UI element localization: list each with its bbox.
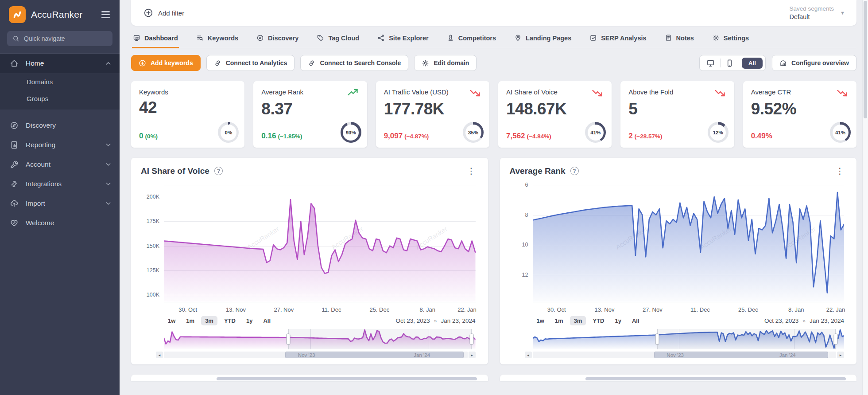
button-label: Edit domain [434,59,469,66]
range-button-ytd[interactable]: YTD [220,316,240,325]
tab-notes[interactable]: Notes [664,29,695,48]
sidebar-item-integrations[interactable]: Integrations [0,174,120,194]
metric-card-change: 2(−28.57%) [628,132,662,141]
sidebar-item-label: Home [26,59,44,67]
tab-competitors[interactable]: Competitors [446,29,497,48]
progress-gauge: 12% [708,122,728,143]
range-button-1y[interactable]: 1y [611,316,625,325]
range-button-1y[interactable]: 1y [242,316,256,325]
home-icon [10,59,19,68]
help-icon[interactable]: ? [570,167,579,175]
chevron-down-icon [106,163,111,166]
menu-toggle-icon[interactable] [100,9,112,20]
navigator-handle-left[interactable] [287,334,291,345]
metric-card-change-main: 7,562 [506,132,525,140]
sidebar-section: Import [0,194,120,213]
list-search-icon [196,34,204,42]
range-button-3m[interactable]: 3m [201,316,217,325]
navigator-handle-right[interactable] [470,334,474,345]
saved-segments-select[interactable]: Saved segments Default ▼ [790,5,845,20]
tab-keywords[interactable]: Keywords [195,29,239,48]
app-logo[interactable]: AccuRanker [9,6,82,23]
sidebar-item-domains[interactable]: Domains [0,73,120,90]
phone-icon [725,59,734,67]
progress-gauge-label: 41% [833,125,849,141]
range-button-1m[interactable]: 1m [182,316,198,325]
next-panel-right-bar [585,377,846,380]
scroll-left-arrow[interactable]: ◂ [156,352,163,358]
quick-navigate-input[interactable]: Quick navigate [7,31,112,46]
range-button-all[interactable]: All [628,316,643,325]
navigator-handle-left[interactable] [655,334,659,345]
range-button-1m[interactable]: 1m [551,316,567,325]
sidebar-item-groups[interactable]: Groups [0,90,120,107]
scroll-track[interactable]: Nov '23Jan '24 [533,352,837,358]
range-button-all[interactable]: All [259,316,275,325]
metric-card-change-sub: (−28.57%) [635,133,663,140]
navigator-selection[interactable] [288,329,472,349]
range-button-3m[interactable]: 3m [570,316,586,325]
metric-cards: Keywords420(0%)0%Average Rank8.370.16(−1… [131,81,856,148]
x-axis-labels: 30. Oct13. Nov27. Nov11. Dec25. Dec8. Ja… [164,305,476,315]
sidebar-item-home[interactable]: Home [0,54,120,73]
tab-landing-pages[interactable]: Landing Pages [513,29,572,48]
x-axis-label: 25. Dec [369,306,389,313]
navigator-scrollbar: ◂Nov '23Jan '24▸ [525,352,845,358]
range-button-1w[interactable]: 1w [164,316,179,325]
range-selector-row: 1w1m3mYTD1yAllOct 23, 2023»Jan 23, 2024 [164,316,476,325]
metric-card-change: 9,097(−4.87%) [384,132,429,141]
tab-serp-analysis[interactable]: SERP Analysis [589,29,647,48]
x-axis-label: 22. Jan [826,306,845,313]
device-all-button[interactable]: All [742,58,763,69]
scroll-right-arrow[interactable]: ▸ [837,352,844,358]
x-axis-label: 30. Oct [547,306,566,313]
sidebar-item-welcome[interactable]: Welcome [0,213,120,233]
page-scrollbar[interactable] [862,0,868,395]
device-desktop-button[interactable] [701,55,720,70]
link-icon [308,59,315,67]
sidebar-item-account[interactable]: Account [0,155,120,174]
kebab-menu-icon[interactable]: ⋮ [465,166,478,176]
edit-domain-button[interactable]: Edit domain [414,55,477,71]
range-button-ytd[interactable]: YTD [589,316,608,325]
scroll-right-arrow[interactable]: ▸ [469,352,476,358]
date-to: Jan 23, 2024 [810,317,844,324]
sidebar-item-import[interactable]: Import [0,194,120,213]
page-scrollbar-thumb[interactable] [864,1,867,118]
add-filter-button[interactable]: Add filter [143,8,184,18]
sidebar-section: Welcome [0,213,120,233]
report-icon [10,141,19,149]
sidebar-item-reporting[interactable]: Reporting [0,135,120,155]
tab-label: Site Explorer [389,35,428,42]
navigator-handle-right[interactable] [834,334,838,345]
sidebar-item-discovery[interactable]: Discovery [0,116,120,135]
kebab-menu-icon[interactable]: ⋮ [833,166,847,176]
chevron-down-icon [106,202,111,205]
tab-site-explorer[interactable]: Site Explorer [376,29,429,48]
add-filter-label: Add filter [158,9,184,17]
configure-overview-button[interactable]: Configure overview [772,55,856,71]
navigator-selection[interactable] [657,329,836,349]
connect-to-search-console-button[interactable]: Connect to Search Console [300,55,408,71]
range-button-1w[interactable]: 1w [533,316,548,325]
connect-to-analytics-button[interactable]: Connect to Analytics [206,55,295,71]
device-mobile-button[interactable] [721,55,739,70]
scroll-track[interactable]: Nov '23Jan '24 [164,352,468,358]
scroll-left-arrow[interactable]: ◂ [525,352,532,358]
tab-dashboard[interactable]: Dashboard [132,29,179,48]
metric-card-ai-share-of-voice: AI Share of Voice148.67K7,562(−4.84%)41% [498,81,612,148]
metric-card-header: Average CTR [751,88,849,97]
help-icon[interactable]: ? [214,167,223,175]
metric-card-change-sub: (0%) [145,133,158,140]
chart-plot: 200K175K150K125K100KAccuRankerAccuRanker… [164,185,476,302]
chart-navigator[interactable] [164,329,476,349]
main-content: Add filter Saved segments Default ▼ Dash… [120,0,868,395]
tab-settings[interactable]: Settings [711,29,750,48]
plus-circle-icon [143,8,153,18]
range-selector-row: 1w1m3mYTD1yAllOct 23, 2023»Jan 23, 2024 [533,316,845,325]
tab-discovery[interactable]: Discovery [256,29,299,48]
chart-navigator[interactable] [533,329,845,349]
progress-gauge-label: 41% [588,125,604,141]
add-keywords-button[interactable]: Add keywords [131,55,201,71]
tab-tag-cloud[interactable]: Tag Cloud [316,29,360,48]
